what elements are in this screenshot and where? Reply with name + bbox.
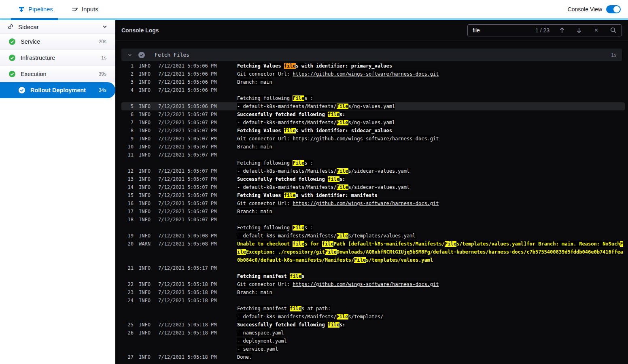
sidebar-item-service[interactable]: Service 20s	[0, 34, 115, 50]
log-text: s/sidecar-values.yaml	[348, 184, 410, 190]
tab-inputs[interactable]: Inputs	[72, 6, 98, 13]
top-bar: Pipelines Inputs Console View	[0, 0, 628, 18]
search-match-highlight: File	[337, 168, 348, 174]
log-row[interactable]: Fetching following Files :	[121, 159, 625, 167]
log-row[interactable]: 13INFO7/12/2021 5:05:07 PMSuccessfully f…	[121, 175, 625, 183]
log-row[interactable]: 27INFO7/12/2021 5:05:18 PMDone.	[121, 353, 625, 361]
search-prev-icon[interactable]	[558, 26, 566, 35]
sidebar-item-execution[interactable]: Execution 39s	[0, 66, 115, 82]
log-lvl: INFO	[139, 232, 156, 240]
log-text: Fetching Values	[237, 193, 284, 198]
log-row[interactable]: - deployment.yaml	[121, 337, 625, 345]
log-row[interactable]: 26INFO7/12/2021 5:05:18 PM- namespace.ya…	[121, 329, 625, 337]
log-row[interactable]: - default-k8s-manifests/Manifests/Files/…	[121, 313, 625, 321]
log-message: Fetching manifest files	[237, 272, 304, 280]
log-text: Fetching following	[237, 95, 293, 101]
log-message: - default-k8s-manifests/Manifests/Files/…	[237, 167, 409, 175]
log-section-fetch-files[interactable]: Fetch Files 1s	[121, 49, 622, 61]
log-row[interactable]: 17INFO7/12/2021 5:05:07 PMBranch: main	[121, 207, 625, 216]
log-row[interactable]: Fetching following Files :	[121, 224, 625, 232]
log-text: Exception: ./repository/git	[246, 249, 325, 255]
log-row[interactable]: 20WARN7/12/2021 5:05:08 PMUnable to chec…	[121, 240, 625, 248]
log-num: 10	[121, 143, 134, 151]
log-ts: 7/12/2021 5:05:07 PM	[158, 207, 218, 216]
log-link[interactable]: https://github.com/wings-software/harnes…	[293, 136, 439, 142]
log-row[interactable]: ileException: ./repository/gitFileDownlo…	[121, 248, 625, 256]
search-next-icon[interactable]	[575, 26, 583, 35]
log-row[interactable]: 3INFO7/12/2021 5:05:06 PMBranch: main	[121, 78, 625, 86]
log-row[interactable]: Fetching manifest files	[121, 272, 625, 280]
sidebar-item-infrastructure[interactable]: Infrastructure 1s	[0, 50, 115, 66]
console-view-toggle[interactable]	[606, 5, 621, 13]
log-text: s :	[304, 160, 313, 166]
log-row[interactable]: 23INFO7/12/2021 5:05:18 PMBranch: main	[121, 288, 625, 296]
log-row[interactable]: Fetching following Files :	[121, 94, 625, 102]
stage-duration: 39s	[99, 71, 106, 77]
log-num: 14	[121, 183, 134, 191]
log-row[interactable]: 12INFO7/12/2021 5:05:07 PM- default-k8s-…	[121, 167, 625, 175]
step-success-icon	[138, 52, 145, 58]
log-lvl: INFO	[139, 280, 156, 288]
sidebar-item-rollout-deployment[interactable]: Rollout Deployment 34s	[0, 82, 115, 98]
log-num: 21	[121, 264, 134, 272]
log-message: Git connector Url: https://github.com/wi…	[237, 280, 439, 288]
log-row[interactable]: 6INFO7/12/2021 5:05:07 PMSuccessfully fe…	[121, 110, 625, 119]
search-match-highlight: file	[284, 63, 296, 69]
console-title: Console Logs	[121, 27, 159, 34]
log-row[interactable]: 9INFO7/12/2021 5:05:07 PMGit connector U…	[121, 135, 625, 143]
log-rows: 1INFO7/12/2021 5:05:06 PMFetching Values…	[115, 61, 628, 361]
log-row[interactable]: 7INFO7/12/2021 5:05:07 PM- default-k8s-m…	[121, 119, 625, 127]
log-row[interactable]: 19INFO7/12/2021 5:05:08 PM- default-k8s-…	[121, 232, 625, 240]
log-link[interactable]: https://github.com/wings-software/harnes…	[293, 201, 439, 206]
chevron-down-icon[interactable]	[127, 52, 133, 58]
search-match-highlight: File	[337, 233, 348, 239]
tab-pipelines[interactable]: Pipelines	[18, 6, 53, 13]
search-match-highlight: File	[293, 95, 304, 101]
log-row[interactable]: 4INFO7/12/2021 5:05:06 PM	[121, 86, 625, 94]
log-row[interactable]: 15INFO7/12/2021 5:05:07 PMFetching Value…	[121, 191, 625, 199]
log-lvl: WARN	[139, 240, 156, 248]
log-row[interactable]: 2INFO7/12/2021 5:05:06 PMGit connector U…	[121, 70, 625, 78]
log-ts: 7/12/2021 5:05:06 PM	[158, 78, 218, 86]
link-icon	[7, 23, 14, 30]
search-match-highlight: File	[337, 104, 348, 109]
log-link[interactable]: https://github.com/wings-software/harnes…	[293, 71, 439, 77]
log-lvl: INFO	[139, 353, 156, 361]
log-link[interactable]: https://github.com/wings-software/harnes…	[293, 281, 439, 287]
search-icon[interactable]	[609, 26, 617, 35]
chevron-down-icon[interactable]	[102, 23, 108, 30]
log-text: s :	[304, 225, 313, 231]
log-search-box[interactable]: 1 / 23	[467, 24, 622, 36]
log-num: 11	[121, 151, 134, 159]
log-row[interactable]: 8INFO7/12/2021 5:05:07 PMFetching Values…	[121, 127, 625, 135]
sidebar-group-sidecar[interactable]: Sidecar	[0, 20, 115, 34]
log-row[interactable]: 5INFO7/12/2021 5:05:06 PM- default-k8s-m…	[121, 102, 625, 110]
log-ts: 7/12/2021 5:05:18 PM	[158, 353, 218, 361]
log-row[interactable]: 0b084c0/default-k8s-manifests/Manifests/…	[121, 256, 625, 264]
log-row[interactable]: 25INFO7/12/2021 5:05:18 PMSuccessfully f…	[121, 321, 625, 329]
log-row[interactable]: 21INFO7/12/2021 5:05:17 PM	[121, 264, 625, 272]
log-num: 9	[121, 135, 134, 143]
search-match-highlight: file	[293, 241, 304, 247]
log-ts: 7/12/2021 5:05:18 PM	[158, 288, 218, 296]
log-row[interactable]: 10INFO7/12/2021 5:05:07 PMBranch: main	[121, 143, 625, 151]
log-text: s	[301, 273, 304, 279]
log-row[interactable]: 16INFO7/12/2021 5:05:07 PMGit connector …	[121, 199, 625, 207]
close-icon[interactable]	[592, 26, 600, 35]
search-input[interactable]	[473, 27, 533, 34]
log-text: Branch: main	[237, 209, 272, 214]
log-row[interactable]: 24INFO7/12/2021 5:05:18 PM	[121, 296, 625, 305]
sidebar-item-label: Execution	[21, 71, 99, 77]
tab-inputs-label: Inputs	[82, 6, 98, 13]
log-lvl: INFO	[139, 167, 156, 175]
log-row[interactable]: 18INFO7/12/2021 5:05:07 PM	[121, 216, 625, 224]
active-tab-underline	[11, 18, 58, 20]
log-message: Fetching following Files :	[237, 94, 313, 102]
log-row[interactable]: Fetching manifest files at path:	[121, 305, 625, 313]
log-row[interactable]: 22INFO7/12/2021 5:05:18 PMGit connector …	[121, 280, 625, 288]
log-row[interactable]: 14INFO7/12/2021 5:05:07 PM- default-k8s-…	[121, 183, 625, 191]
log-row[interactable]: 1INFO7/12/2021 5:05:06 PMFetching Values…	[121, 62, 625, 70]
log-message: Branch: main	[237, 207, 272, 216]
log-row[interactable]: - service.yaml	[121, 345, 625, 353]
log-row[interactable]: 11INFO7/12/2021 5:05:07 PM	[121, 151, 625, 159]
